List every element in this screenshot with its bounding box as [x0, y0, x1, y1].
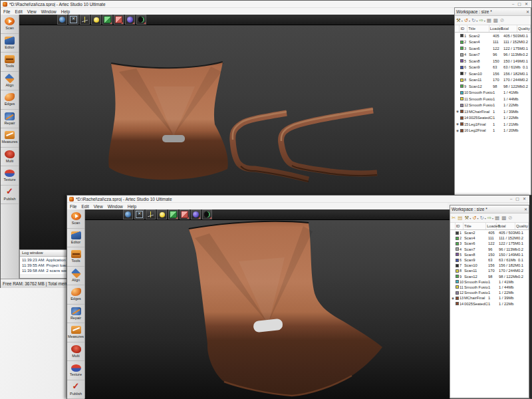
menu-help[interactable]: Help: [61, 9, 70, 14]
sphere-shading-icon[interactable]: [125, 15, 135, 25]
scan-color-swatch[interactable]: [456, 259, 459, 262]
sidebar-item-editor[interactable]: Editor: [67, 229, 84, 248]
workspace-row[interactable]: 6 Scan9 63 63 / 61Mb 0.1: [450, 257, 529, 263]
workspace-row[interactable]: 4 Scan7 96 96 / 113Mb 0.2: [455, 52, 531, 59]
sidebar-item-multi[interactable]: Multi: [67, 342, 84, 362]
sidebar-item-repair[interactable]: Repair: [67, 305, 84, 324]
menu-file[interactable]: File: [3, 9, 10, 14]
scan-color-swatch[interactable]: [456, 253, 459, 256]
view-grid-icon[interactable]: ▦: [487, 17, 492, 23]
scan-color-swatch[interactable]: [460, 104, 464, 107]
workspace-row[interactable]: 1 Scan2 405 405 / 503Mb 0.1: [450, 230, 529, 235]
workspace-row[interactable]: 11 Smooth Fusion 1 1 / 44Mb: [455, 96, 531, 102]
export-icon[interactable]: ⇨ ▾: [479, 17, 485, 23]
maximize-button[interactable]: ▢: [515, 197, 519, 201]
navigation-globe-icon[interactable]: [57, 15, 67, 25]
sidebar-item-texture[interactable]: Texture: [67, 361, 84, 380]
workspace-row[interactable]: 7 Scan10 156 156 / 182Mb 0.1: [450, 263, 529, 268]
scan-color-swatch[interactable]: [456, 275, 459, 278]
scan-color-swatch[interactable]: [460, 47, 464, 50]
workspace-row[interactable]: 1 Scan2 405 405 / 503Mb 0.1: [455, 33, 531, 39]
sidebar-item-align[interactable]: Align: [67, 267, 84, 286]
scan-color-swatch[interactable]: [460, 91, 464, 94]
sidebar-item-tools[interactable]: Tools: [1, 53, 19, 72]
scan-color-swatch[interactable]: [456, 291, 459, 295]
workspace-row[interactable]: 12 Smooth Fusion 1 1 / 22Mb: [455, 102, 531, 109]
sync-disabled-icon[interactable]: ⊘: [500, 17, 505, 23]
scan-color-swatch[interactable]: [460, 78, 464, 82]
workspace-row[interactable]: ◉ 13 MChairFinal 1 1 / 39Mb: [450, 295, 529, 301]
sidebar-item-publish[interactable]: Publish: [67, 380, 84, 399]
minimize-button[interactable]: –: [510, 197, 512, 201]
workspace-row[interactable]: 2 Scan4 111 111 / 152Mb 0.2: [455, 39, 531, 46]
minimize-button[interactable]: –: [512, 2, 514, 6]
menu-file[interactable]: File: [70, 204, 76, 209]
workspace-row[interactable]: 10 Smooth Fusion 1 1 / 41Mb: [450, 279, 529, 285]
sidebar-item-repair[interactable]: Repair: [1, 110, 19, 129]
lighting-bulb-icon[interactable]: [157, 209, 167, 219]
scan-color-swatch[interactable]: [460, 72, 464, 75]
visibility-eye-icon[interactable]: ◉: [455, 110, 460, 113]
workspace-row[interactable]: ◉ 16 Leg2Final 1 1 / 20Mb: [455, 128, 531, 134]
close-button[interactable]: ✕: [525, 2, 528, 6]
maximize-button[interactable]: ▢: [517, 2, 521, 6]
moon-render-icon[interactable]: [202, 209, 212, 219]
sidebar-item-texture[interactable]: Texture: [1, 166, 19, 186]
shaded-green-cube-icon[interactable]: [102, 15, 112, 25]
scan-color-swatch[interactable]: [460, 122, 464, 126]
scan-color-swatch[interactable]: [460, 97, 464, 100]
panel-close-icon[interactable]: ✕: [524, 207, 527, 211]
open-folder-icon[interactable]: ▤: [458, 215, 463, 221]
panel-close-icon[interactable]: ✕: [526, 9, 529, 14]
artec-studio-window-front[interactable]: *D:\Rachel\zal\cza.sproj - Artec Studio …: [66, 195, 532, 399]
workspace-row[interactable]: 14 0025SeatedCha 1 1 / 22Mb: [455, 115, 531, 122]
sidebar-item-publish[interactable]: Publish: [1, 186, 19, 205]
scan-color-swatch[interactable]: [456, 247, 459, 251]
3d-viewport[interactable]: [85, 220, 450, 399]
scan-color-swatch[interactable]: [456, 297, 459, 300]
scan-color-swatch[interactable]: [456, 237, 459, 240]
export-icon[interactable]: ⇨ ▾: [487, 215, 493, 221]
workspace-row[interactable]: 4 Scan7 96 96 / 113Mb 0.2: [450, 247, 529, 252]
menu-view[interactable]: View: [27, 9, 37, 14]
titlebar[interactable]: *D:\Rachel\zal\cza.sproj - Artec Studio …: [1, 1, 531, 8]
titlebar[interactable]: *D:\Rachel\zal\cza.sproj - Artec Studio …: [67, 196, 529, 203]
view-grid-icon[interactable]: ▦: [495, 215, 500, 221]
view-detail-icon[interactable]: ▩: [493, 17, 499, 23]
menu-edit[interactable]: Edit: [81, 204, 88, 209]
workspace-row[interactable]: 5 Scan8 150 150 / 149Mb 0.1: [455, 58, 531, 65]
scan-color-swatch[interactable]: [460, 59, 464, 63]
menu-view[interactable]: View: [94, 204, 103, 209]
workspace-row[interactable]: 5 Scan8 150 150 / 149Mb 0.1: [450, 252, 529, 257]
close-button[interactable]: ✕: [523, 197, 526, 201]
scan-color-swatch[interactable]: [460, 34, 464, 37]
scan-color-swatch[interactable]: [456, 302, 459, 305]
coordinate-axes-icon[interactable]: [146, 209, 156, 219]
workspace-row[interactable]: 11 Smooth Fusion 1 1 / 44Mb: [450, 285, 529, 290]
scan-color-swatch[interactable]: [460, 66, 464, 69]
workspace-row[interactable]: 12 Smooth Fusion 1 1 / 22Mb: [450, 290, 529, 295]
lighting-bulb-icon[interactable]: [91, 15, 101, 25]
scan-color-swatch[interactable]: [456, 231, 459, 235]
sidebar-item-scan[interactable]: Scan: [1, 15, 19, 34]
workspace-row[interactable]: 14 0025SeatedCha 1 1 / 22Mb: [450, 301, 529, 306]
shaded-red-cube-icon[interactable]: [180, 209, 190, 219]
tools-menu-icon[interactable]: ⚒ ▾: [456, 17, 463, 23]
scan-color-swatch[interactable]: [460, 53, 464, 57]
sidebar-item-scan[interactable]: Scan: [67, 209, 84, 229]
workspace-row[interactable]: 9 Scan12 98 98 / 122Mb 0.2: [450, 274, 529, 279]
scan-color-swatch[interactable]: [456, 269, 459, 273]
scan-color-swatch[interactable]: [460, 129, 464, 132]
cut-icon[interactable]: ✂: [452, 215, 456, 221]
undo-icon[interactable]: ↺ ▾: [472, 215, 478, 221]
menu-edit[interactable]: Edit: [15, 9, 22, 14]
moon-render-icon[interactable]: [136, 15, 146, 25]
sidebar-item-measures[interactable]: Measures: [67, 323, 84, 342]
workspace-row[interactable]: 3 Scan6 122 122 / 175Mb 0.1: [450, 241, 529, 246]
workspace-row[interactable]: 8 Scan11 170 170 / 244Mb 0.2: [455, 77, 531, 84]
workspace-row[interactable]: 8 Scan11 170 170 / 244Mb 0.2: [450, 268, 529, 273]
sidebar-item-align[interactable]: Align: [1, 72, 19, 91]
sidebar-item-editor[interactable]: Editor: [1, 34, 19, 53]
sidebar-item-multi[interactable]: Multi: [1, 148, 19, 167]
workspace-row[interactable]: 10 Smooth Fusion 1 1 / 41Mb: [455, 90, 531, 96]
